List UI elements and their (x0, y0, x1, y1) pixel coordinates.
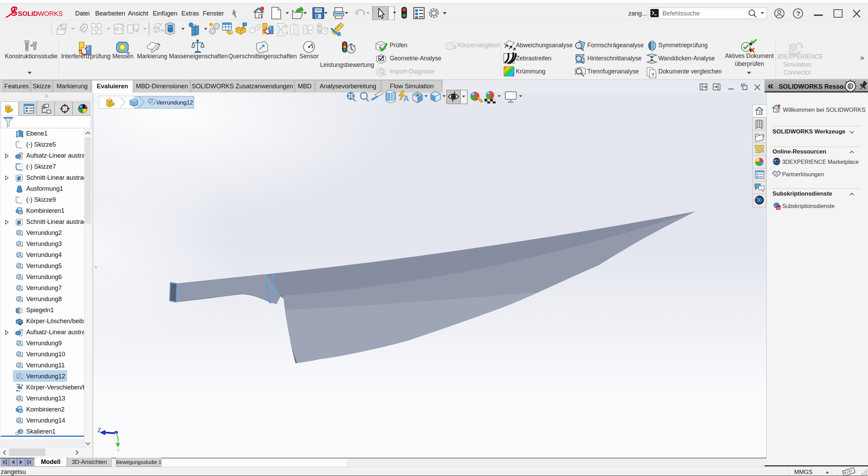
svg-text:?: ? (453, 44, 456, 50)
svg-text:?: ? (651, 72, 654, 78)
svg-text:Verrundung12: Verrundung12 (156, 99, 193, 106)
svg-text:sw: sw (777, 206, 781, 210)
svg-text:0: 0 (849, 84, 851, 89)
svg-text:?: ? (796, 10, 800, 17)
svg-text:SOLIDWORKS: SOLIDWORKS (18, 10, 63, 17)
svg-text:Y: Y (117, 448, 120, 453)
svg-text:A: A (403, 94, 409, 103)
svg-text:3D: 3D (756, 197, 758, 199)
